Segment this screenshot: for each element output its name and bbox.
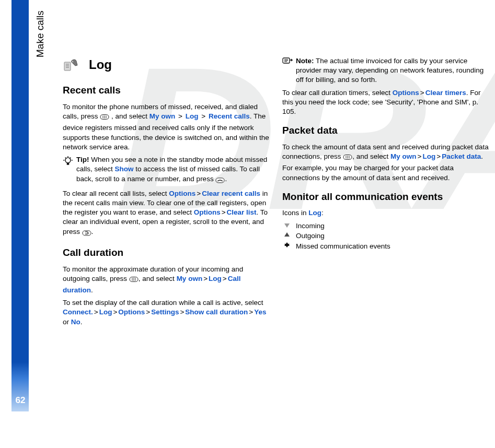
menu-key-icon [343, 154, 352, 163]
svg-point-7 [104, 115, 105, 116]
tip-label: Tip! [76, 156, 89, 163]
svg-point-29 [133, 279, 134, 280]
recent-calls-heading: Recent calls [63, 84, 270, 97]
svg-point-40 [348, 156, 349, 157]
call-key-icon [215, 176, 225, 186]
svg-point-27 [135, 278, 136, 279]
svg-rect-23 [83, 231, 91, 235]
svg-point-45 [346, 158, 347, 159]
my-own-link: My own [149, 112, 176, 120]
missed-icon [282, 241, 292, 251]
svg-point-14 [106, 117, 107, 119]
log-app-icon [63, 56, 79, 73]
svg-line-20 [70, 158, 71, 159]
outgoing-icon [282, 231, 292, 241]
side-bar [11, 0, 29, 411]
call-duration-para1: To monitor the approximate duration of y… [63, 265, 270, 296]
log-link: Log [423, 152, 436, 160]
svg-point-44 [349, 157, 350, 158]
yes-link: Yes [254, 308, 266, 316]
svg-point-6 [102, 115, 103, 116]
incoming-row: Incoming [282, 221, 489, 231]
svg-point-9 [102, 116, 103, 117]
log-heading-text: Log [89, 56, 112, 73]
options-link: Options [393, 89, 419, 97]
note-icon [282, 57, 293, 68]
outgoing-label: Outgoing [296, 231, 325, 241]
svg-point-10 [104, 116, 105, 117]
svg-rect-21 [67, 163, 69, 165]
missed-row: Missed communication events [282, 241, 489, 251]
menu-key-icon [129, 276, 139, 286]
svg-point-11 [106, 116, 107, 117]
svg-point-15 [65, 158, 71, 163]
show-call-duration-link: Show call duration [185, 308, 248, 316]
clear-recent-link: Clear recent calls [202, 190, 260, 197]
options-link: Options [169, 190, 195, 197]
packet-data-link: Packet data [442, 152, 481, 160]
recent-calls-link: Recent calls [209, 112, 250, 120]
call-duration-para2: To set the display of the call duration … [63, 298, 270, 327]
tip-block: Tip! When you see a note in the standby … [63, 155, 270, 186]
clear-list-link: Clear list [227, 208, 257, 216]
connect-link: Connect. [63, 308, 93, 316]
recent-calls-para1: To monitor the phone numbers of missed, … [63, 102, 270, 152]
log-link: Log [209, 275, 222, 282]
note-block: Note: The actual time invoiced for calls… [282, 56, 489, 85]
svg-point-25 [132, 278, 133, 279]
log-link: Log [99, 308, 112, 316]
page-number: 62 [13, 395, 28, 407]
log-link: Log [308, 209, 321, 217]
options-link-2: Options [194, 208, 221, 216]
svg-point-30 [135, 279, 136, 280]
svg-point-31 [132, 280, 133, 281]
icons-in-log: Icons in Log: [282, 208, 489, 218]
options-link: Options [118, 308, 145, 316]
svg-point-12 [102, 117, 103, 119]
svg-line-19 [65, 158, 66, 159]
log-heading: Log [63, 56, 270, 73]
icons-list: Icons in Log: Incoming Outgoing Missed c… [282, 208, 489, 251]
no-link: No [71, 318, 80, 326]
side-label: Make calls [33, 10, 47, 57]
packet-data-heading: Packet data [282, 124, 489, 137]
recent-calls-para2: To clear all recent call lists, select O… [63, 189, 270, 239]
incoming-label: Incoming [296, 221, 325, 231]
svg-point-32 [133, 280, 134, 281]
missed-label: Missed communication events [296, 242, 390, 251]
svg-rect-0 [64, 62, 71, 70]
svg-point-8 [106, 115, 107, 116]
show-link: Show [115, 165, 134, 173]
clear-timers-link: Clear timers [425, 89, 466, 97]
my-own-link: My own [177, 275, 203, 282]
incoming-icon [282, 221, 292, 231]
svg-point-33 [135, 280, 136, 281]
call-duration-heading: Call duration [63, 246, 270, 260]
svg-point-39 [346, 156, 347, 157]
call-duration-para3: To clear call duration timers, select Op… [282, 88, 489, 117]
svg-point-43 [348, 157, 349, 158]
svg-point-41 [349, 156, 350, 157]
note-label: Note: [296, 57, 314, 65]
log-link: Log [186, 112, 199, 120]
tip-icon [63, 156, 73, 169]
page-content: Log Recent calls To monitor the phone nu… [63, 56, 489, 349]
my-own-link: My own [390, 152, 417, 160]
svg-point-46 [348, 158, 349, 159]
outgoing-row: Outgoing [282, 231, 489, 241]
monitor-heading: Monitor all communication events [282, 190, 489, 204]
packet-data-para1: To check the amount of data sent and rec… [282, 143, 489, 183]
svg-point-26 [133, 278, 134, 279]
settings-link: Settings [151, 308, 179, 316]
svg-point-47 [349, 158, 350, 159]
svg-point-13 [104, 117, 105, 119]
svg-point-4 [72, 61, 74, 63]
clear-key-icon [82, 229, 91, 239]
svg-point-28 [132, 279, 133, 280]
menu-key-icon [100, 113, 109, 123]
svg-point-42 [346, 157, 347, 158]
